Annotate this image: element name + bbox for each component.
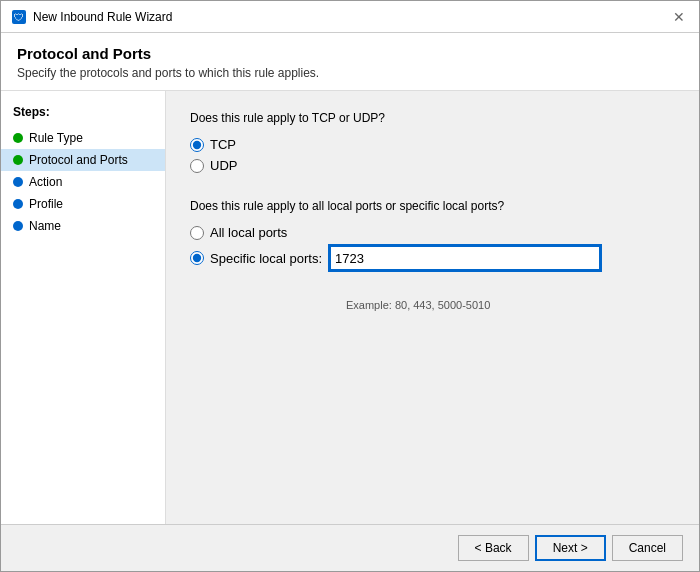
all-ports-label[interactable]: All local ports	[210, 225, 287, 240]
udp-option[interactable]: UDP	[190, 158, 675, 173]
specific-ports-label[interactable]: Specific local ports:	[210, 251, 322, 266]
title-bar: 🛡 New Inbound Rule Wizard ✕	[1, 1, 699, 33]
wizard-icon: 🛡	[11, 9, 27, 25]
close-button[interactable]: ✕	[669, 7, 689, 27]
all-ports-option[interactable]: All local ports	[190, 225, 675, 240]
main-panel: Does this rule apply to TCP or UDP? TCP …	[166, 91, 699, 524]
sidebar: Steps: Rule Type Protocol and Ports Acti…	[1, 91, 166, 524]
sidebar-item-action[interactable]: Action	[1, 171, 165, 193]
sidebar-label-action: Action	[29, 175, 62, 189]
specific-ports-radio[interactable]	[190, 251, 204, 265]
steps-label: Steps:	[1, 101, 165, 127]
protocol-radio-group: TCP UDP	[190, 137, 675, 179]
question-tcp-udp: Does this rule apply to TCP or UDP?	[190, 111, 675, 125]
main-window: 🛡 New Inbound Rule Wizard ✕ Protocol and…	[0, 0, 700, 572]
step-dot-profile	[13, 199, 23, 209]
window-title: New Inbound Rule Wizard	[33, 10, 172, 24]
title-bar-left: 🛡 New Inbound Rule Wizard	[11, 9, 172, 25]
question-ports: Does this rule apply to all local ports …	[190, 199, 675, 213]
cancel-button[interactable]: Cancel	[612, 535, 683, 561]
udp-label[interactable]: UDP	[210, 158, 237, 173]
sidebar-label-protocol-ports: Protocol and Ports	[29, 153, 128, 167]
svg-text:🛡: 🛡	[14, 12, 24, 23]
sidebar-label-rule-type: Rule Type	[29, 131, 83, 145]
step-dot-action	[13, 177, 23, 187]
sidebar-item-profile[interactable]: Profile	[1, 193, 165, 215]
page-subtitle: Specify the protocols and ports to which…	[17, 66, 683, 80]
next-button[interactable]: Next >	[535, 535, 606, 561]
back-button[interactable]: < Back	[458, 535, 529, 561]
page-header: Protocol and Ports Specify the protocols…	[1, 33, 699, 91]
tcp-option[interactable]: TCP	[190, 137, 675, 152]
ports-input[interactable]	[330, 246, 600, 270]
example-text: Example: 80, 443, 5000-5010	[346, 299, 675, 311]
sidebar-item-protocol-ports[interactable]: Protocol and Ports	[1, 149, 165, 171]
sidebar-label-profile: Profile	[29, 197, 63, 211]
all-ports-radio[interactable]	[190, 226, 204, 240]
sidebar-item-name[interactable]: Name	[1, 215, 165, 237]
specific-ports-row: Specific local ports:	[210, 246, 600, 270]
sidebar-item-rule-type[interactable]: Rule Type	[1, 127, 165, 149]
step-dot-name	[13, 221, 23, 231]
footer: < Back Next > Cancel	[1, 524, 699, 571]
ports-radio-group: All local ports Specific local ports:	[190, 225, 675, 276]
udp-radio[interactable]	[190, 159, 204, 173]
step-dot-protocol-ports	[13, 155, 23, 165]
sidebar-label-name: Name	[29, 219, 61, 233]
step-dot-rule-type	[13, 133, 23, 143]
tcp-radio[interactable]	[190, 138, 204, 152]
specific-ports-option[interactable]: Specific local ports:	[190, 246, 675, 270]
page-title: Protocol and Ports	[17, 45, 683, 62]
tcp-label[interactable]: TCP	[210, 137, 236, 152]
content-area: Steps: Rule Type Protocol and Ports Acti…	[1, 91, 699, 524]
